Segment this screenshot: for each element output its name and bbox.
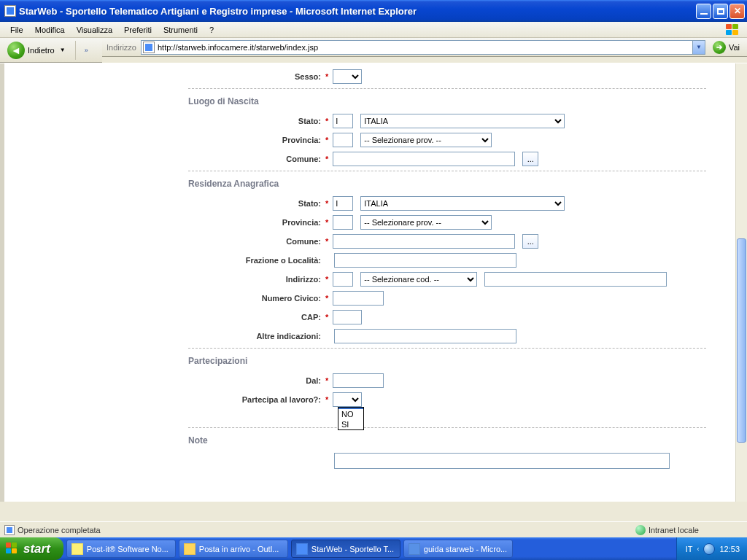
status-text: Operazione completata xyxy=(18,526,101,534)
required-marker: * xyxy=(324,72,333,81)
tray-clock: 12:53 xyxy=(719,545,740,553)
label-provincia-res: Provincia: xyxy=(188,218,324,227)
address-input[interactable]: http://starweb.infocamere.it/starweb/ind… xyxy=(141,40,705,55)
select-stato-res[interactable]: ITALIA xyxy=(360,196,565,211)
window-minimize-button[interactable] xyxy=(696,4,711,19)
task-item-postit[interactable]: Post-it® Software No... xyxy=(66,540,176,558)
select-stato-nascita[interactable]: ITALIA xyxy=(360,114,565,128)
address-toolbar: Indirizzo http://starweb.infocamere.it/s… xyxy=(102,38,747,57)
task-icon xyxy=(71,543,83,555)
input-comune-res[interactable] xyxy=(333,234,515,249)
start-button[interactable]: start xyxy=(0,537,63,560)
section-residenza: Residenza Anagrafica xyxy=(188,174,706,196)
window-titlebar: StarWeb - Sportello Telematico Artigiani… xyxy=(0,0,747,22)
label-frazione: Frazione o Località: xyxy=(188,256,324,265)
select-partecipa-listbox[interactable]: NO SI xyxy=(338,407,364,430)
left-sidebar xyxy=(7,63,166,502)
address-dropdown[interactable]: ▼ xyxy=(692,41,705,54)
go-arrow-icon: ➔ xyxy=(713,41,726,54)
menu-help[interactable]: ? xyxy=(204,23,220,36)
form-page: Sesso: * Luogo di Nascita Stato: * ITALI… xyxy=(166,63,735,502)
menu-modifica[interactable]: Modifica xyxy=(29,23,71,36)
option-no[interactable]: NO xyxy=(338,409,363,419)
label-comune-res: Comune: xyxy=(188,237,324,246)
windows-logo-icon xyxy=(6,542,19,556)
scrollbar-thumb[interactable] xyxy=(737,238,746,443)
input-indirizzo-code[interactable] xyxy=(333,272,353,287)
input-note[interactable] xyxy=(334,453,670,469)
input-cap[interactable] xyxy=(333,310,362,324)
task-icon xyxy=(184,543,196,555)
menubar: File Modifica Visualizza Preferiti Strum… xyxy=(0,22,747,38)
input-provincia-res-code[interactable] xyxy=(333,215,353,230)
input-provincia-nascita-code[interactable] xyxy=(333,133,353,147)
select-partecipa[interactable] xyxy=(333,392,362,407)
go-label: Vai xyxy=(729,43,740,52)
label-altre: Altre indicazioni: xyxy=(188,332,324,341)
select-sesso[interactable] xyxy=(333,69,362,84)
window-close-button[interactable]: ✕ xyxy=(729,4,745,19)
address-url: http://starweb.infocamere.it/starweb/ind… xyxy=(156,43,692,52)
taskbar: start Post-it® Software No... Posta in a… xyxy=(0,537,747,560)
section-note: Note xyxy=(188,431,706,453)
task-item-outlook[interactable]: Posta in arrivo - Outl... xyxy=(179,540,288,558)
input-dal[interactable] xyxy=(333,373,384,388)
lookup-comune-nascita-button[interactable]: ... xyxy=(522,152,538,166)
window-title: StarWeb - Sportello Telematico Artigiani… xyxy=(19,6,696,17)
input-stato-res-code[interactable] xyxy=(333,196,353,211)
back-button[interactable]: ◄ Indietro ▼ xyxy=(4,40,71,61)
task-item-word[interactable]: guida starweb - Micro... xyxy=(403,540,513,558)
go-button[interactable]: ➔ Vai xyxy=(710,39,743,55)
input-civico[interactable] xyxy=(333,291,384,306)
section-partecipazioni: Partecipazioni xyxy=(188,351,706,373)
back-arrow-icon: ◄ xyxy=(7,42,25,59)
page-viewport: Sesso: * Luogo di Nascita Stato: * ITALI… xyxy=(0,63,747,502)
task-icon xyxy=(296,543,308,555)
task-icon xyxy=(409,543,420,555)
label-sesso: Sesso: xyxy=(188,72,324,81)
option-si[interactable]: SI xyxy=(338,419,363,429)
menu-visualizza[interactable]: Visualizza xyxy=(71,23,118,36)
page-favicon-icon xyxy=(143,42,155,53)
label-partecipa: Partecipa al lavoro?: xyxy=(188,395,324,404)
menu-file[interactable]: File xyxy=(4,23,29,36)
label-comune-nascita: Comune: xyxy=(188,155,324,163)
vertical-scrollbar[interactable] xyxy=(735,63,747,502)
input-comune-nascita[interactable] xyxy=(333,152,515,166)
label-dal: Dal: xyxy=(188,376,324,385)
menu-preferiti[interactable]: Preferiti xyxy=(118,23,158,36)
left-rail xyxy=(0,63,6,502)
task-item-starweb[interactable]: StarWeb - Sportello T... xyxy=(291,540,400,558)
back-label: Indietro xyxy=(28,46,55,55)
nav-toolbar: ◄ Indietro ▼ » xyxy=(0,38,102,63)
statusbar: Operazione completata Intranet locale xyxy=(0,521,747,537)
system-tray[interactable]: IT ‹ 12:53 xyxy=(676,537,747,560)
status-zone: Intranet locale xyxy=(649,526,699,534)
select-provincia-nascita[interactable]: -- Selezionare prov. -- xyxy=(360,133,492,147)
ie-throbber-icon xyxy=(726,24,740,36)
input-altre[interactable] xyxy=(334,329,516,343)
app-favicon xyxy=(4,5,16,17)
select-provincia-res[interactable]: -- Selezionare prov. -- xyxy=(360,215,492,230)
address-label: Indirizzo xyxy=(107,43,136,52)
status-page-icon xyxy=(4,525,15,535)
label-indirizzo: Indirizzo: xyxy=(188,275,324,284)
back-history-dropdown[interactable]: ▼ xyxy=(58,47,68,53)
label-provincia-nascita: Provincia: xyxy=(188,136,324,144)
label-stato-nascita: Stato: xyxy=(188,117,324,125)
input-frazione[interactable] xyxy=(334,253,516,268)
tray-expand-icon[interactable]: ‹ xyxy=(697,545,699,553)
start-label: start xyxy=(23,542,50,556)
toolbar-overflow[interactable]: » xyxy=(80,47,93,54)
tray-language[interactable]: IT xyxy=(686,545,693,553)
tray-app-icon[interactable] xyxy=(703,543,715,555)
label-stato-res: Stato: xyxy=(188,199,324,208)
input-indirizzo-via[interactable] xyxy=(484,272,667,287)
section-luogo-nascita: Luogo di Nascita xyxy=(188,92,706,114)
select-indirizzo-tipo[interactable]: -- Selezionare cod. -- xyxy=(360,272,477,287)
input-stato-nascita-code[interactable] xyxy=(333,114,353,128)
menu-strumenti[interactable]: Strumenti xyxy=(158,23,204,36)
lookup-comune-res-button[interactable]: ... xyxy=(522,234,538,249)
zone-icon xyxy=(635,525,646,535)
window-maximize-button[interactable] xyxy=(713,4,728,19)
